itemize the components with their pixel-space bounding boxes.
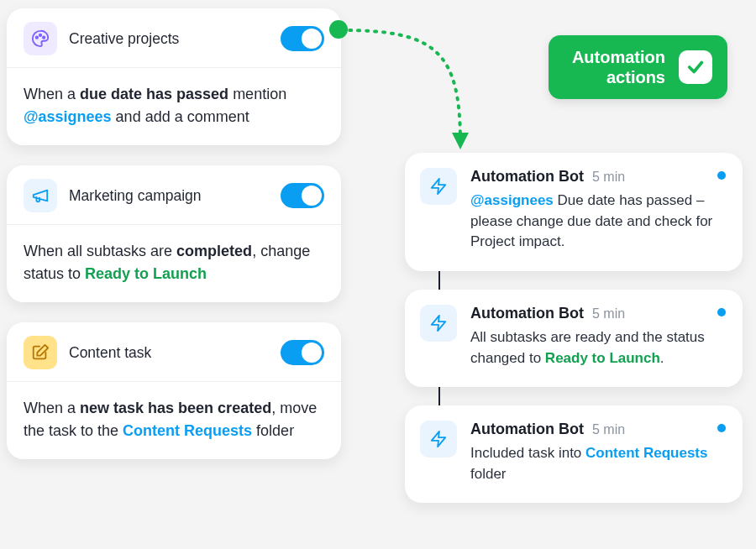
- svg-marker-3: [432, 179, 446, 194]
- check-icon: [679, 50, 712, 84]
- rule-header: Creative projects: [7, 8, 341, 68]
- unread-dot: [717, 308, 726, 316]
- edit-icon: [24, 336, 57, 369]
- notif-time: 5 min: [592, 422, 625, 437]
- toggle-switch[interactable]: [281, 340, 324, 365]
- rule-card-content: Content task When a new task has been cr…: [7, 322, 341, 459]
- rule-card-creative: Creative projects When a due date has pa…: [7, 8, 341, 145]
- status-ready-to-launch: Ready to Launch: [545, 350, 660, 366]
- connector-line: [438, 387, 440, 405]
- notif-time: 5 min: [592, 306, 625, 322]
- rule-title: Creative projects: [69, 30, 269, 48]
- notif-title: Automation Bot: [470, 421, 584, 438]
- notif-text: @assignees Due date has passed – please …: [470, 191, 724, 253]
- rule-title: Content task: [69, 344, 269, 362]
- badge-label: Automation actions: [572, 47, 665, 87]
- automation-notification[interactable]: Automation Bot 5 min All subtasks are re…: [405, 290, 743, 387]
- unread-dot: [717, 171, 726, 180]
- mention-assignees[interactable]: @assignees: [24, 108, 112, 125]
- automation-actions-badge: Automation actions: [549, 35, 727, 99]
- rules-column: Creative projects When a due date has pa…: [7, 8, 341, 479]
- automation-notification[interactable]: Automation Bot 5 min Included task into …: [405, 405, 743, 503]
- link-content-requests[interactable]: Content Requests: [123, 422, 252, 439]
- rule-description: When a due date has passed mention @assi…: [7, 68, 341, 145]
- palette-icon: [24, 22, 57, 55]
- svg-marker-4: [432, 316, 446, 331]
- notif-text: Included task into Content Requests fold…: [470, 443, 724, 484]
- notif-time: 5 min: [592, 170, 625, 185]
- lightning-icon: [420, 168, 457, 205]
- status-ready-to-launch: Ready to Launch: [85, 265, 207, 282]
- lightning-icon: [420, 305, 457, 342]
- connector-line: [438, 271, 440, 290]
- notif-title: Automation Bot: [470, 305, 584, 322]
- unread-dot: [717, 424, 726, 432]
- link-content-requests[interactable]: Content Requests: [585, 445, 707, 461]
- rule-title: Marketing campaign: [69, 187, 269, 205]
- svg-point-0: [36, 36, 38, 38]
- megaphone-icon: [24, 179, 57, 212]
- svg-point-1: [39, 34, 41, 36]
- mention-assignees[interactable]: @assignees: [470, 192, 554, 208]
- toggle-switch[interactable]: [281, 183, 324, 208]
- notif-title: Automation Bot: [470, 168, 584, 186]
- svg-marker-5: [432, 431, 446, 447]
- notif-text: All subtasks are ready and the status ch…: [470, 327, 724, 369]
- rule-header: Marketing campaign: [7, 165, 341, 225]
- svg-point-2: [43, 36, 45, 38]
- rule-description: When a new task has been created, move t…: [7, 382, 341, 459]
- automation-notification[interactable]: Automation Bot 5 min @assignees Due date…: [405, 153, 743, 271]
- rule-header: Content task: [7, 322, 341, 382]
- rule-card-marketing: Marketing campaign When all subtasks are…: [7, 165, 341, 302]
- lightning-icon: [420, 421, 457, 458]
- actions-column: Automation actions Automation Bot 5 min …: [405, 35, 743, 503]
- toggle-switch[interactable]: [281, 26, 324, 51]
- rule-description: When all subtasks are completed, change …: [7, 225, 341, 302]
